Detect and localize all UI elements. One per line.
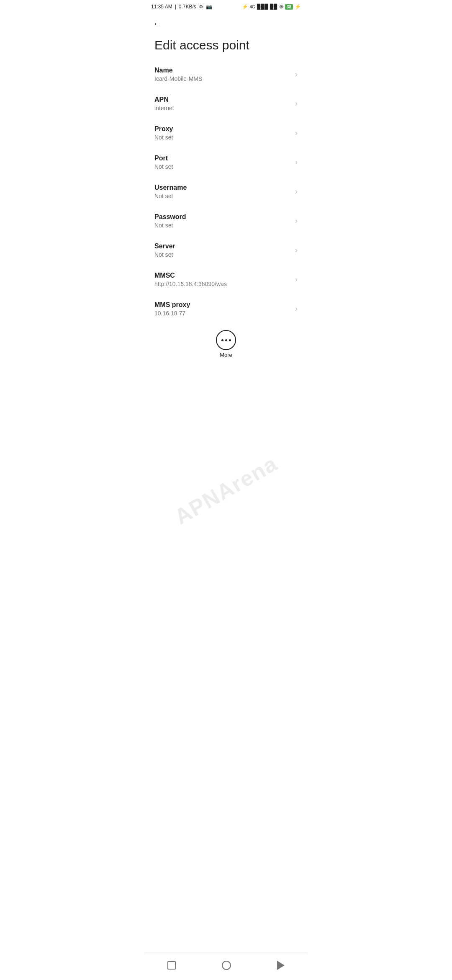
settings-icon: ⚙ bbox=[199, 4, 203, 10]
settings-value-password: Not set bbox=[154, 222, 292, 229]
settings-item-proxy-content: Proxy Not set bbox=[154, 125, 292, 141]
chevron-right-icon: › bbox=[295, 99, 298, 108]
settings-value-proxy: Not set bbox=[154, 134, 292, 141]
bluetooth-icon: ⚡ bbox=[242, 4, 248, 10]
status-right: ⚡ 4G ▉▉▉ ▉▉ ⊜ 38 ⚡ bbox=[242, 4, 301, 10]
page-title: Edit access point bbox=[144, 34, 308, 59]
signal-bars-icon: ▉▉▉ bbox=[257, 4, 268, 10]
settings-value-port: Not set bbox=[154, 163, 292, 170]
charging-icon: ⚡ bbox=[295, 4, 301, 10]
camera-icon: 📷 bbox=[206, 4, 212, 10]
more-dots-icon bbox=[221, 339, 231, 341]
settings-item-apn[interactable]: APN internet › bbox=[144, 89, 308, 118]
settings-label-proxy: Proxy bbox=[154, 125, 292, 133]
settings-label-mmsc: MMSC bbox=[154, 272, 292, 279]
settings-item-mms-proxy-content: MMS proxy 10.16.18.77 bbox=[154, 301, 292, 317]
settings-item-proxy[interactable]: Proxy Not set › bbox=[144, 118, 308, 147]
back-button[interactable]: ← bbox=[151, 17, 164, 31]
battery-icon: 38 bbox=[285, 4, 293, 10]
back-arrow-icon: ← bbox=[153, 18, 162, 29]
settings-item-name[interactable]: Name Icard-Mobile-MMS › bbox=[144, 59, 308, 89]
signal-4g-icon: 4G bbox=[250, 5, 255, 9]
chevron-right-icon: › bbox=[295, 275, 298, 284]
settings-label-server: Server bbox=[154, 242, 292, 250]
settings-item-server[interactable]: Server Not set › bbox=[144, 235, 308, 265]
data-speed: | bbox=[175, 4, 176, 10]
signal-bars2-icon: ▉▉ bbox=[270, 4, 277, 10]
more-circle-icon bbox=[216, 330, 236, 350]
settings-item-port[interactable]: Port Not set › bbox=[144, 147, 308, 177]
settings-label-username: Username bbox=[154, 184, 292, 191]
settings-item-mmsc-content: MMSC http://10.16.18.4:38090/was bbox=[154, 272, 292, 287]
chevron-right-icon: › bbox=[295, 129, 298, 137]
settings-value-mms-proxy: 10.16.18.77 bbox=[154, 310, 292, 317]
settings-item-password-content: Password Not set bbox=[154, 213, 292, 229]
settings-label-name: Name bbox=[154, 67, 292, 74]
settings-value-server: Not set bbox=[154, 251, 292, 258]
settings-item-server-content: Server Not set bbox=[154, 242, 292, 258]
chevron-right-icon: › bbox=[295, 187, 298, 196]
status-left: 11:35 AM | 0.7KB/s ⚙ 📷 bbox=[151, 4, 212, 10]
settings-value-mmsc: http://10.16.18.4:38090/was bbox=[154, 281, 292, 287]
settings-item-mms-proxy[interactable]: MMS proxy 10.16.18.77 › bbox=[144, 294, 308, 323]
settings-label-apn: APN bbox=[154, 96, 292, 103]
more-section[interactable]: More bbox=[144, 323, 308, 363]
settings-label-mms-proxy: MMS proxy bbox=[154, 301, 292, 309]
chevron-right-icon: › bbox=[295, 70, 298, 79]
settings-item-password[interactable]: Password Not set › bbox=[144, 206, 308, 235]
chevron-right-icon: › bbox=[295, 158, 298, 167]
settings-item-mmsc[interactable]: MMSC http://10.16.18.4:38090/was › bbox=[144, 265, 308, 294]
settings-item-apn-content: APN internet bbox=[154, 96, 292, 111]
settings-label-password: Password bbox=[154, 213, 292, 221]
settings-item-name-content: Name Icard-Mobile-MMS bbox=[154, 67, 292, 82]
chevron-right-icon: › bbox=[295, 246, 298, 255]
settings-value-username: Not set bbox=[154, 193, 292, 199]
chevron-right-icon: › bbox=[295, 304, 298, 313]
more-label: More bbox=[220, 352, 232, 358]
settings-list: Name Icard-Mobile-MMS › APN internet › P… bbox=[144, 59, 308, 323]
chevron-right-icon: › bbox=[295, 217, 298, 225]
settings-item-username-content: Username Not set bbox=[154, 184, 292, 199]
settings-item-username[interactable]: Username Not set › bbox=[144, 177, 308, 206]
wifi-icon: ⊜ bbox=[279, 4, 283, 10]
settings-value-name: Icard-Mobile-MMS bbox=[154, 75, 292, 82]
settings-item-port-content: Port Not set bbox=[154, 155, 292, 170]
data-speed-value: 0.7KB/s bbox=[179, 4, 196, 10]
status-bar: 11:35 AM | 0.7KB/s ⚙ 📷 ⚡ 4G ▉▉▉ ▉▉ ⊜ 38 … bbox=[144, 0, 308, 12]
settings-label-port: Port bbox=[154, 155, 292, 162]
back-bar: ← bbox=[144, 12, 308, 34]
settings-value-apn: internet bbox=[154, 105, 292, 111]
time: 11:35 AM bbox=[151, 4, 172, 10]
